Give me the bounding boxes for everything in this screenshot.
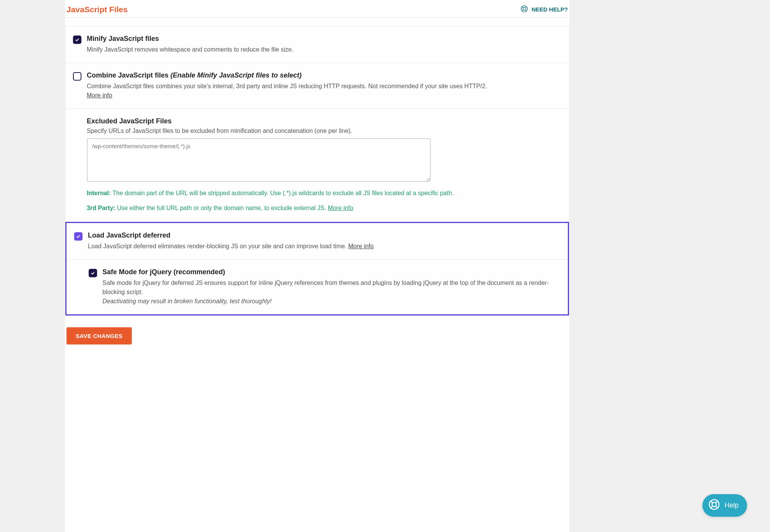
combine-more-info-link[interactable]: More info	[87, 92, 112, 99]
excluded-js-block: Excluded JavaScript Files Specify URLs o…	[65, 109, 569, 222]
svg-line-11	[716, 506, 718, 508]
defer-title: Load JavaScript deferred	[88, 231, 560, 239]
svg-line-5	[525, 10, 527, 11]
svg-point-7	[712, 502, 716, 506]
save-changes-button[interactable]: SAVE CHANGES	[66, 327, 132, 344]
section-title: JavaScript Files	[66, 5, 128, 14]
note-internal-label: Internal:	[87, 190, 111, 196]
setting-defer-js: Load JavaScript deferred Load JavaScript…	[66, 223, 568, 260]
help-fab-button[interactable]: Help	[702, 494, 747, 517]
excluded-note-3rdparty: 3rd Party: Use either the full URL path …	[87, 204, 561, 213]
minify-title: Minify JavaScript files	[87, 35, 561, 43]
svg-line-10	[710, 506, 712, 508]
combine-title: Combine JavaScript files (Enable Minify …	[87, 71, 561, 79]
note-3rd-label: 3rd Party:	[87, 205, 115, 211]
defer-desc: Load JavaScript deferred eliminates rend…	[88, 242, 560, 251]
svg-line-9	[716, 501, 718, 503]
help-fab-label: Help	[725, 501, 739, 509]
highlighted-defer-region: Load JavaScript deferred Load JavaScript…	[65, 222, 569, 315]
safe-mode-title: Safe Mode for jQuery (recommended)	[102, 268, 560, 276]
defer-desc-text: Load JavaScript deferred eliminates rend…	[88, 243, 348, 249]
excluded-title: Excluded JavaScript Files	[87, 117, 561, 125]
setting-minify-js: Minify JavaScript files Minify JavaScrip…	[65, 26, 569, 63]
combine-title-text: Combine JavaScript files	[87, 71, 169, 79]
defer-more-info-link[interactable]: More info	[348, 243, 374, 249]
combine-js-checkbox[interactable]	[73, 72, 81, 81]
svg-line-3	[525, 6, 527, 8]
excluded-desc: Specify URLs of JavaScript files to be e…	[87, 128, 561, 134]
excluded-more-info-link[interactable]: More info	[328, 205, 353, 211]
settings-page: JavaScript Files NEED HELP? Minify JavaS…	[65, 0, 569, 532]
combine-desc: Combine JavaScript files combines your s…	[87, 82, 561, 91]
combine-hint: (Enable Minify JavaScript files to selec…	[170, 71, 302, 79]
svg-point-1	[523, 7, 525, 10]
setting-safe-mode: Safe Mode for jQuery (recommended) Safe …	[66, 260, 568, 314]
need-help-link[interactable]: NEED HELP?	[520, 5, 568, 14]
minify-desc: Minify JavaScript removes whitespace and…	[87, 45, 561, 54]
need-help-label: NEED HELP?	[532, 6, 568, 13]
minify-js-checkbox[interactable]	[73, 36, 81, 44]
safe-mode-warning: Deactivating may result in broken functi…	[102, 297, 560, 306]
svg-line-2	[522, 6, 523, 8]
settings-panel: Minify JavaScript files Minify JavaScrip…	[65, 26, 569, 316]
defer-js-checkbox[interactable]	[74, 232, 83, 241]
lifebuoy-icon	[708, 498, 721, 513]
note-3rd-text: Use either the full URL path or only the…	[115, 205, 328, 211]
note-internal-text: The domain part of the URL will be strip…	[111, 190, 454, 196]
svg-line-8	[710, 501, 712, 503]
section-header: JavaScript Files NEED HELP?	[65, 5, 569, 18]
safe-mode-checkbox[interactable]	[89, 269, 97, 277]
lifebuoy-icon	[520, 5, 528, 14]
excluded-js-textarea[interactable]	[87, 138, 431, 182]
setting-combine-js: Combine JavaScript files (Enable Minify …	[65, 63, 569, 109]
combine-desc-text: Combine JavaScript files combines your s…	[87, 83, 487, 89]
safe-mode-desc: Safe mode for jQuery for deferred JS ens…	[102, 278, 560, 297]
excluded-note-internal: Internal: The domain part of the URL wil…	[87, 189, 561, 198]
svg-line-4	[522, 10, 523, 11]
